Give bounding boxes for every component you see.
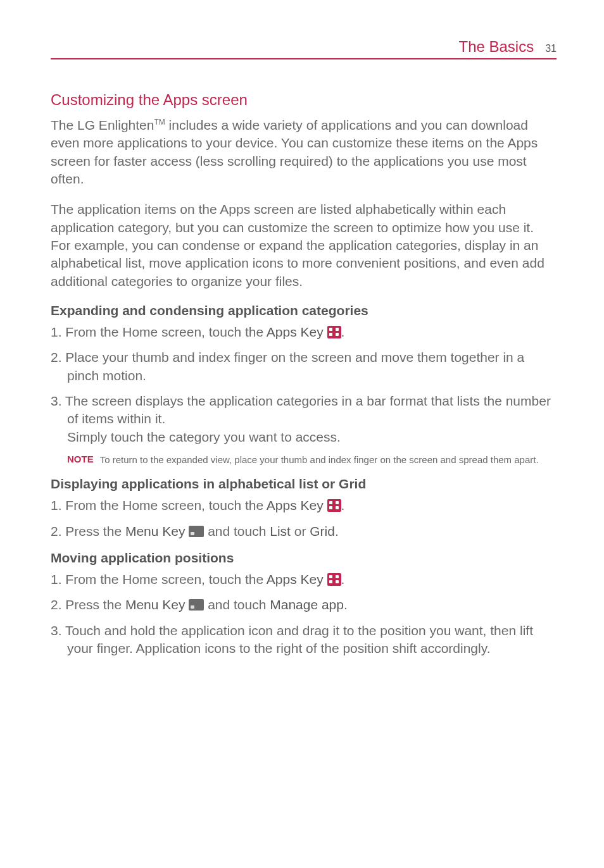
text: . — [341, 572, 345, 586]
text: . — [335, 524, 339, 538]
apps-key-icon — [327, 499, 341, 512]
paragraph: The application items on the Apps screen… — [51, 201, 557, 290]
list-item: 2. Place your thumb and index finger on … — [51, 349, 557, 385]
trademark-symbol: TM — [154, 118, 165, 127]
list-number: 1. — [51, 498, 65, 512]
subheading: Displaying applications in alphabetical … — [51, 476, 557, 492]
text: and touch — [204, 524, 270, 538]
list-item: 2. Press the Menu Key and touch List or … — [51, 523, 557, 540]
bold-text: Menu Key — [125, 597, 189, 612]
page-header: The Basics 31 — [51, 38, 557, 59]
text: Press the — [65, 524, 125, 538]
bold-text: Manage app — [270, 597, 344, 612]
text: Simply touch the category you want to ac… — [67, 430, 341, 444]
bold-text: Apps Key — [267, 325, 327, 339]
text: From the Home screen, touch the — [65, 498, 266, 512]
note-label: NOTE — [67, 454, 94, 466]
text: and touch — [204, 597, 270, 612]
bold-text: Apps Key — [267, 572, 327, 586]
apps-key-icon — [327, 573, 341, 586]
menu-key-icon — [189, 526, 204, 537]
list-item: 3. Touch and hold the application icon a… — [51, 622, 557, 658]
content: Customizing the Apps screen The LG Enlig… — [51, 91, 557, 657]
text: The screen displays the application cate… — [65, 394, 551, 426]
list-item: 1. From the Home screen, touch the Apps … — [51, 571, 557, 588]
apps-key-icon — [327, 326, 341, 338]
bold-text: List — [270, 524, 291, 538]
note-text: To return to the expanded view, place yo… — [100, 454, 539, 466]
text: From the Home screen, touch the — [65, 572, 266, 586]
bold-text: Grid — [310, 524, 335, 538]
bold-text: Menu Key — [125, 524, 189, 538]
list-number: 2. — [51, 350, 65, 364]
note: NOTE To return to the expanded view, pla… — [51, 454, 557, 466]
subheading: Moving application positions — [51, 550, 557, 566]
page-number: 31 — [545, 43, 557, 54]
list-number: 1. — [51, 572, 65, 586]
list-number: 3. — [51, 623, 65, 638]
text: . — [341, 498, 345, 512]
bold-text: Apps Key — [267, 498, 327, 512]
header-title: The Basics — [458, 38, 534, 56]
text: Place your thumb and index finger on the… — [65, 350, 524, 382]
text: The LG Enlighten — [51, 118, 154, 132]
text: . — [341, 325, 345, 339]
list-item: 1. From the Home screen, touch the Apps … — [51, 323, 557, 341]
text: . — [344, 597, 348, 612]
list-number: 2. — [51, 524, 65, 538]
text: Touch and hold the application icon and … — [65, 623, 533, 655]
paragraph: The LG EnlightenTM includes a wide varie… — [51, 116, 557, 188]
list-number: 2. — [51, 597, 65, 612]
text: or — [291, 524, 310, 538]
subheading: Expanding and condensing application cat… — [51, 303, 557, 318]
list-number: 3. — [51, 394, 65, 408]
text: Press the — [65, 597, 125, 612]
list-number: 1. — [51, 325, 65, 339]
menu-key-icon — [189, 599, 204, 611]
list-item: 1. From the Home screen, touch the Apps … — [51, 497, 557, 514]
list-item: 2. Press the Menu Key and touch Manage a… — [51, 596, 557, 614]
text: From the Home screen, touch the — [65, 325, 266, 339]
section-title: Customizing the Apps screen — [51, 91, 557, 109]
list-item: 3. The screen displays the application c… — [51, 392, 557, 446]
